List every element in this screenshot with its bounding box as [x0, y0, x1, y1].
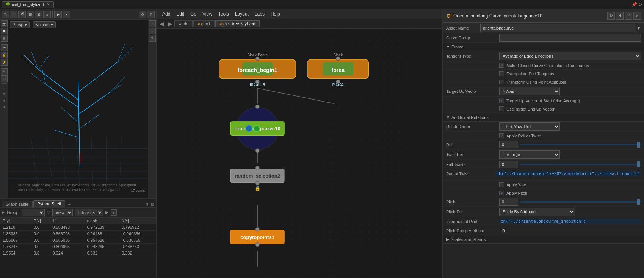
checkbox-end-up[interactable]	[499, 106, 504, 111]
rt-tool-1[interactable]: ↑	[149, 20, 156, 27]
tab-graph-table[interactable]: Graph Table	[2, 201, 33, 207]
anim-icon[interactable]: ⏵	[63, 11, 70, 18]
nav-back[interactable]: ◀	[158, 21, 166, 27]
menu-edit[interactable]: Edit	[173, 11, 187, 17]
vp-tool-1[interactable]: 📷	[1, 20, 8, 27]
asset-name-input[interactable]	[480, 24, 635, 32]
checkbox-apply-yaw[interactable]	[499, 182, 504, 187]
checkbox-up-start[interactable]: ✓	[499, 98, 504, 103]
props-icon-2[interactable]: H	[616, 12, 624, 20]
full-twists-slider-track[interactable]	[520, 164, 641, 165]
group-select[interactable]	[22, 209, 45, 216]
table-cell: 0.604895	[50, 244, 85, 250]
pin-icon[interactable]: 📌	[631, 2, 637, 7]
tab-obj[interactable]: ⚙ obj	[174, 20, 193, 27]
intrinsics-select[interactable]: Intrinsics	[75, 209, 103, 216]
vp-tool-3[interactable]: ◎	[1, 35, 8, 42]
view-select[interactable]: View	[52, 209, 73, 216]
tool-5[interactable]: ⊠	[35, 11, 42, 18]
section-additional-rotations[interactable]: ▼ Additional Rotations	[443, 113, 644, 122]
vp-tool-num4[interactable]: 4	[1, 104, 8, 110]
play-btn[interactable]: ▶	[105, 210, 108, 214]
render-icon[interactable]: ▶	[54, 11, 62, 18]
scale-tool[interactable]: ⊞	[27, 11, 34, 18]
move-tool[interactable]: ✛	[10, 11, 17, 18]
checkbox-closed-curve[interactable]: ✓	[499, 63, 504, 68]
rt-tool-3[interactable]: ✕	[149, 35, 156, 42]
nav-forward[interactable]: ▶	[166, 21, 174, 27]
roll-input[interactable]	[499, 141, 518, 148]
vp-tool-num3[interactable]: 3	[1, 98, 8, 104]
tab-python-shell[interactable]: Python Shell	[33, 200, 65, 207]
cam-button[interactable]: No cam ▾	[33, 21, 56, 28]
props-icon-1[interactable]: ⚙	[607, 12, 615, 20]
filter-icon[interactable]: ▽	[47, 210, 50, 214]
checkbox-apply-roll[interactable]: ✓	[499, 133, 504, 138]
add-rot-label: Additional Rotations	[451, 115, 489, 120]
node-graph-canvas[interactable]: Block Begin foreach_begin1 Input : 4 Blo…	[157, 29, 442, 278]
checkbox-apply-pitch[interactable]: ✓	[499, 191, 504, 195]
vp-settings-icon[interactable]: ⚙	[139, 11, 146, 18]
sync-icon[interactable]: ⟳	[639, 2, 642, 7]
vp-tool-num2[interactable]: 2	[1, 91, 8, 97]
props-icon-4[interactable]: ✕	[633, 12, 641, 20]
menu-layout[interactable]: Layout	[232, 11, 252, 17]
menu-tools[interactable]: Tools	[215, 11, 232, 17]
vp-tool-6[interactable]: ⚡	[1, 59, 8, 66]
tangent-type-select[interactable]: Average of Edge Directions	[499, 52, 641, 60]
full-twists-input[interactable]	[499, 161, 518, 168]
twist-per-select[interactable]: Per Edge	[499, 150, 560, 159]
menu-add[interactable]: Add	[159, 11, 173, 17]
vp-tool-num1[interactable]: 1	[1, 85, 8, 91]
app-tab-active[interactable]: 🌳 ciel_tree_stylized ✕	[2, 1, 54, 8]
menu-go[interactable]: Go	[187, 11, 199, 17]
rotate-order-select[interactable]: Pitch, Yaw, Roll	[499, 122, 560, 131]
persp-button[interactable]: Persp ▾	[10, 21, 30, 28]
pitch-per-select[interactable]: Scale By Attribute	[499, 208, 575, 216]
incremental-pitch-value[interactable]: ch("../orientalongcurve_incpitch")	[499, 219, 641, 224]
col-pz: P[z]	[31, 218, 50, 224]
tool-6[interactable]: ⌂	[43, 11, 51, 18]
node-breadcrumb-bar: ◀ ▶ ⚙ obj ◈ geo1 ◈ ciel_tree_stylized	[157, 19, 442, 29]
vp-tool-4[interactable]: 👁	[1, 44, 8, 51]
section-frame[interactable]: ▼ Frame	[443, 43, 644, 51]
pitch-slider-thumb[interactable]	[637, 199, 640, 205]
menu-labs[interactable]: Labs	[252, 11, 268, 17]
tab-close-icon[interactable]: ✕	[47, 2, 50, 6]
vp-tool-5[interactable]: 🔒	[1, 52, 8, 58]
tab-ciel-tree[interactable]: ◈ ciel_tree_stylized	[215, 20, 259, 27]
select-tool[interactable]: ↖	[2, 11, 9, 18]
vp-tool-2[interactable]: 🔲	[1, 28, 8, 34]
checkbox-extrapolate[interactable]	[499, 71, 504, 76]
tab-geo1[interactable]: ◈ geo1	[193, 20, 215, 27]
asset-name-dropdown[interactable]: ▼	[636, 25, 641, 31]
curve-group-input[interactable]	[499, 34, 641, 42]
svg-text:copytopoints1: copytopoints1	[240, 234, 274, 240]
checkbox-transform[interactable]	[499, 80, 504, 84]
props-icon-3[interactable]: ?	[625, 12, 632, 20]
table-row: 1.369850.00.5667280.96488-0.060356	[0, 231, 156, 237]
roll-slider-thumb[interactable]	[637, 142, 640, 148]
panel-settings-icon[interactable]: ⚙	[144, 201, 149, 207]
target-up-select[interactable]: Y Axis	[499, 87, 560, 95]
panel-maximize-icon[interactable]: ⊡	[150, 201, 155, 207]
pitch-input[interactable]	[499, 198, 518, 206]
vp-tool-8[interactable]: ⊕	[1, 75, 8, 82]
rotate-tool[interactable]: ↺	[18, 11, 26, 18]
partial-twist-value[interactable]: ch("../branch_orient")+20*rand(detail(".…	[495, 171, 641, 176]
group-toggle[interactable]: ▶	[2, 210, 5, 214]
incremental-pitch-label: Incremental Pitch	[446, 219, 499, 224]
pitch-ramp-value[interactable]: lift	[499, 228, 506, 233]
vp-tool-7[interactable]: ✎	[1, 68, 8, 75]
pitch-slider-track[interactable]	[520, 201, 641, 203]
full-twists-slider-thumb[interactable]	[637, 161, 640, 167]
menu-help[interactable]: Help	[268, 11, 283, 17]
vp-help-icon[interactable]: ?	[147, 11, 155, 18]
rt-tool-2[interactable]: ↓	[149, 28, 156, 34]
3d-viewport-canvas[interactable]: Persp ▾ No cam ▾	[8, 20, 148, 198]
menu-view[interactable]: View	[199, 11, 215, 17]
help-btn[interactable]: ?	[111, 209, 117, 216]
section-scales-shears[interactable]: ▶ Scales and Shears	[443, 235, 644, 244]
roll-slider-track[interactable]	[520, 144, 641, 145]
tab-add-button[interactable]: +	[66, 201, 73, 207]
